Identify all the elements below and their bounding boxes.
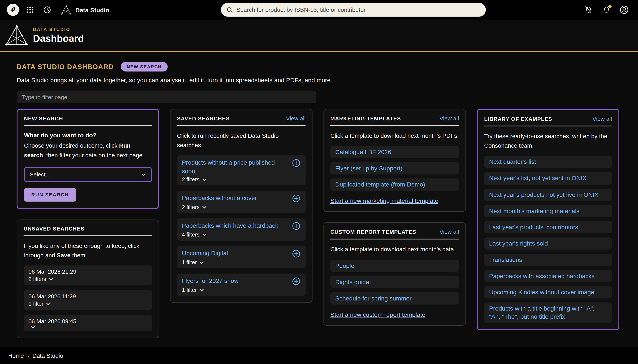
unsaved-searches-title: UNSAVED SEARCHES bbox=[24, 226, 84, 232]
plus-circle-icon[interactable] bbox=[292, 277, 301, 286]
template-item[interactable]: People bbox=[331, 260, 459, 272]
notifications-muted-button[interactable] bbox=[581, 2, 596, 17]
search-input[interactable] bbox=[236, 6, 480, 13]
notification-dot bbox=[608, 5, 611, 8]
unsaved-search-date: 06 Mar 2026 11:29 bbox=[29, 293, 147, 300]
saved-searches-intro: Click to run recently saved Data Studio … bbox=[177, 131, 306, 150]
filters-count: 2 filters bbox=[182, 204, 200, 210]
custom-report-templates-title: CUSTOM REPORT TEMPLATES bbox=[331, 229, 416, 235]
library-item[interactable]: Next year's list, not yet sent in ONIX bbox=[484, 172, 612, 184]
library-item[interactable]: Last year's rights sold bbox=[484, 237, 612, 250]
brand-name: Data Studio bbox=[75, 6, 109, 13]
library-item[interactable]: Paperbacks with associated hardbacks bbox=[484, 270, 612, 282]
template-item[interactable]: Duplicated template (from Demo) bbox=[331, 178, 459, 191]
library-item[interactable]: Last year's products' contributors bbox=[484, 221, 612, 233]
search-icon bbox=[226, 6, 233, 13]
marketing-view-all-link[interactable]: View all bbox=[440, 115, 459, 122]
marketing-templates-card: MARKETING TEMPLATES View all Click a tem… bbox=[324, 109, 466, 212]
page-header: DATA STUDIO Dashboard bbox=[0, 20, 638, 52]
filters-count: 1 filter bbox=[29, 301, 44, 307]
template-item[interactable]: Flyer (set up by Support) bbox=[331, 162, 459, 174]
unsaved-search-item[interactable]: 06 Mar 2026 21:29 2 filters bbox=[24, 266, 152, 285]
custom-reports-view-all-link[interactable]: View all bbox=[440, 228, 459, 235]
library-item[interactable]: Next quarter's list bbox=[484, 156, 612, 168]
main-content: DATA STUDIO DASHBOARD NEW SEARCH Data St… bbox=[0, 53, 638, 346]
account-icon bbox=[619, 5, 629, 14]
saved-search-item[interactable]: Upcoming Digital 1 filter bbox=[177, 246, 306, 268]
saved-search-item[interactable]: Products without a price published soon … bbox=[177, 156, 306, 186]
unsaved-searches-intro: If you like any of these enough to keep,… bbox=[24, 242, 152, 260]
library-list: Next quarter's list Next year's list, no… bbox=[484, 156, 612, 323]
unsaved-search-item[interactable]: 06 Mar 2026 09:45 bbox=[24, 315, 152, 332]
custom-report-templates-card: CUSTOM REPORT TEMPLATES View all Click a… bbox=[324, 222, 466, 326]
filters-toggle[interactable]: 1 filter bbox=[182, 260, 301, 266]
rocket-button[interactable] bbox=[6, 2, 21, 17]
saved-search-link[interactable]: Paperbacks which have a hardback bbox=[182, 221, 278, 230]
account-button[interactable] bbox=[617, 2, 631, 17]
outcome-select-value: Select... bbox=[30, 171, 50, 178]
filters-toggle[interactable]: 1 filter bbox=[29, 301, 147, 307]
custom-report-templates-list: People Rights guide Schedule for spring … bbox=[331, 260, 459, 304]
saved-search-item[interactable]: Flyers for 2027 show 1 filter bbox=[177, 274, 306, 296]
saved-searches-card: SAVED SEARCHES View all Click to run rec… bbox=[170, 109, 312, 303]
brand[interactable]: Data Studio bbox=[61, 5, 109, 14]
library-item[interactable]: Next year's products not yet live in ONI… bbox=[484, 188, 612, 201]
template-item[interactable]: Schedule for spring summer bbox=[331, 292, 459, 304]
filters-toggle[interactable]: 2 filters bbox=[182, 177, 301, 183]
page-filter-input[interactable] bbox=[17, 90, 316, 103]
notifications-button[interactable] bbox=[599, 2, 613, 17]
saved-view-all-link[interactable]: View all bbox=[286, 115, 306, 122]
library-title: LIBRARY OF EXAMPLES bbox=[484, 116, 552, 122]
unsaved-search-date: 06 Mar 2026 09:45 bbox=[29, 318, 147, 324]
global-search[interactable] bbox=[221, 3, 486, 16]
filters-toggle[interactable] bbox=[29, 326, 147, 328]
library-item[interactable]: Products with a title beginning with "A"… bbox=[484, 302, 612, 323]
new-custom-report-link[interactable]: Start a new custom report template bbox=[331, 311, 425, 318]
breadcrumb-home[interactable]: Home bbox=[8, 352, 24, 359]
apps-grid-button[interactable] bbox=[23, 2, 37, 17]
chevron-down-icon bbox=[31, 326, 36, 328]
template-item[interactable]: Rights guide bbox=[331, 276, 459, 288]
saved-search-link[interactable]: Upcoming Digital bbox=[182, 249, 228, 258]
app-logo bbox=[5, 25, 28, 46]
outcome-select[interactable]: Select... bbox=[24, 167, 152, 182]
filters-toggle[interactable]: 4 filters bbox=[182, 232, 301, 238]
unsaved-search-item[interactable]: 06 Mar 2026 11:29 1 filter bbox=[24, 290, 152, 310]
breadcrumb-current: Data Studio bbox=[33, 352, 63, 359]
filters-toggle[interactable]: 2 filters bbox=[29, 276, 147, 282]
saved-search-link[interactable]: Paperbacks without a cover bbox=[182, 194, 257, 202]
library-item[interactable]: Upcoming Kindles without cover image bbox=[484, 286, 612, 298]
new-search-card-title: NEW SEARCH bbox=[24, 116, 63, 122]
saved-searches-list: Products without a price published soon … bbox=[177, 156, 306, 296]
new-marketing-template-link[interactable]: Start a new marketing material template bbox=[331, 198, 438, 204]
rocket-icon bbox=[7, 4, 19, 16]
marketing-templates-title: MARKETING TEMPLATES bbox=[331, 116, 401, 122]
library-item[interactable]: Translations bbox=[484, 254, 612, 266]
plus-circle-icon[interactable] bbox=[292, 194, 301, 203]
top-bar: Data Studio bbox=[0, 0, 638, 20]
new-search-card: NEW SEARCH What do you want to do? Choos… bbox=[17, 109, 159, 209]
library-item[interactable]: Next month's marketing materials bbox=[484, 205, 612, 217]
page-title: Dashboard bbox=[33, 32, 84, 44]
plus-circle-icon[interactable] bbox=[292, 158, 301, 168]
filters-count: 4 filters bbox=[182, 232, 200, 238]
filters-toggle[interactable]: 1 filter bbox=[182, 287, 301, 293]
saved-search-item[interactable]: Paperbacks without a cover 2 filters bbox=[177, 191, 306, 213]
unsaved-searches-list: 06 Mar 2026 21:29 2 filters 06 Mar 2026 … bbox=[24, 266, 152, 332]
saved-search-item[interactable]: Paperbacks which have a hardback 4 filte… bbox=[177, 218, 306, 241]
brand-logo bbox=[61, 5, 71, 14]
history-button[interactable] bbox=[40, 2, 55, 17]
new-search-badge[interactable]: NEW SEARCH bbox=[121, 62, 167, 72]
filters-toggle[interactable]: 2 filters bbox=[182, 204, 301, 210]
chevron-down-icon bbox=[142, 173, 146, 176]
saved-search-link[interactable]: Flyers for 2027 show bbox=[182, 277, 239, 285]
plus-circle-icon[interactable] bbox=[292, 222, 301, 231]
library-view-all-link[interactable]: View all bbox=[592, 116, 612, 122]
saved-search-link[interactable]: Products without a price published soon bbox=[182, 158, 288, 176]
apps-grid-icon bbox=[26, 6, 34, 14]
run-search-button[interactable]: RUN SEARCH bbox=[24, 188, 76, 202]
bell-slash-icon bbox=[584, 6, 593, 14]
template-item[interactable]: Catalogue LBF 2026 bbox=[331, 146, 459, 158]
dashboard-heading: DATA STUDIO DASHBOARD bbox=[17, 63, 114, 70]
plus-circle-icon[interactable] bbox=[292, 250, 301, 258]
